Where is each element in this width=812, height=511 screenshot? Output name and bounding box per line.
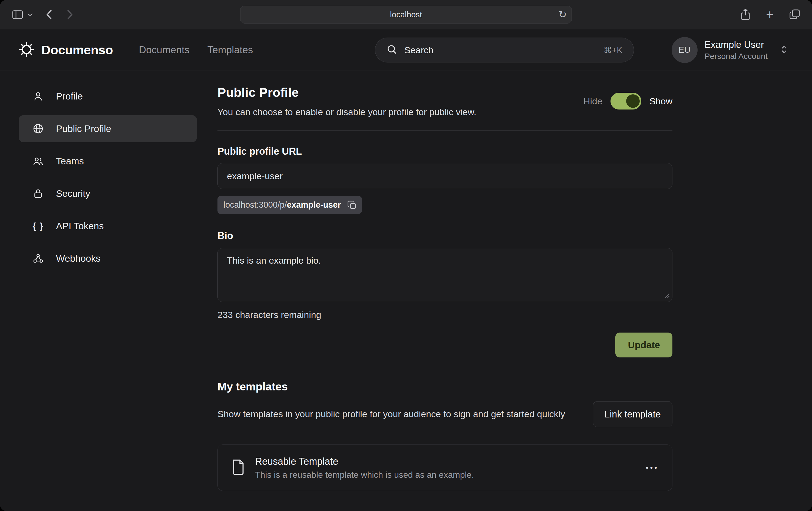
settings-sidebar: Profile Public Profile Teams Security — [19, 83, 197, 272]
nav-documents[interactable]: Documents — [139, 44, 190, 56]
tab-overview-icon[interactable] — [789, 9, 800, 20]
show-label: Show — [649, 96, 672, 107]
profile-url-preview-text: localhost:3000/p/example-user — [224, 200, 341, 210]
share-icon[interactable] — [741, 9, 750, 21]
account-menu[interactable]: EU Example User Personal Account — [672, 37, 788, 63]
my-templates-subtitle: Show templates in your public profile fo… — [218, 408, 585, 421]
brand-name: Documenso — [41, 42, 113, 57]
documenso-logo-icon — [19, 42, 34, 58]
ellipsis-menu-icon[interactable]: ••• — [646, 464, 659, 472]
link-template-button[interactable]: Link template — [593, 401, 672, 427]
search-input[interactable]: Search ⌘+K — [375, 37, 634, 62]
browser-window: localhost ↻ + Documenso Documents Templa… — [0, 0, 812, 511]
page-title: Public Profile — [218, 85, 476, 100]
app-header: Documenso Documents Templates Search ⌘+K… — [0, 29, 812, 71]
search-shortcut: ⌘+K — [604, 45, 622, 55]
sidebar-item-label: API Tokens — [56, 221, 104, 232]
forward-icon[interactable] — [66, 9, 74, 20]
brand[interactable]: Documenso — [19, 42, 113, 58]
new-tab-icon[interactable]: + — [766, 8, 774, 21]
lock-icon — [32, 188, 44, 199]
nav-templates[interactable]: Templates — [207, 44, 253, 56]
template-description: This is a reusable template which is use… — [255, 470, 474, 480]
sidebar-item-label: Public Profile — [56, 123, 111, 134]
toggle-knob — [626, 94, 640, 108]
template-card[interactable]: Reusable Template This is a reusable tem… — [218, 445, 672, 491]
hide-label: Hide — [583, 96, 602, 107]
file-icon — [231, 459, 245, 476]
top-nav: Documents Templates — [139, 44, 253, 56]
address-bar[interactable]: localhost ↻ — [240, 6, 572, 24]
globe-icon — [32, 123, 44, 134]
browser-toolbar: localhost ↻ + — [0, 0, 812, 29]
account-name: Example User — [705, 38, 767, 51]
sidebar-item-api-tokens[interactable]: { } API Tokens — [19, 212, 197, 240]
copy-icon[interactable] — [346, 199, 358, 211]
users-icon — [32, 155, 44, 167]
chevrons-up-down-icon — [780, 45, 788, 55]
back-icon[interactable] — [46, 9, 53, 20]
sidebar-item-teams[interactable]: Teams — [19, 148, 197, 175]
refresh-icon[interactable]: ↻ — [558, 10, 567, 20]
profile-url-preview: localhost:3000/p/example-user — [218, 196, 362, 214]
update-button[interactable]: Update — [615, 333, 672, 357]
sidebar-item-security[interactable]: Security — [19, 180, 197, 207]
chevron-down-icon[interactable] — [27, 13, 33, 17]
sidebar-item-webhooks[interactable]: Webhooks — [19, 245, 197, 272]
braces-icon: { } — [32, 221, 44, 231]
account-type: Personal Account — [705, 51, 767, 61]
search-placeholder: Search — [404, 45, 434, 55]
bio-textarea[interactable]: This is an example bio. — [218, 248, 672, 302]
sidebar-item-label: Webhooks — [56, 253, 100, 264]
address-bar-url: localhost — [390, 10, 422, 19]
resize-handle-icon[interactable] — [664, 292, 670, 300]
page-subtitle: You can choose to enable or disable your… — [218, 107, 476, 117]
sidebar-item-label: Profile — [56, 91, 83, 102]
webhook-icon — [32, 253, 44, 264]
content: Profile Public Profile Teams Security — [0, 71, 812, 511]
sidebar-toggle-icon[interactable] — [12, 10, 23, 19]
sidebar-item-profile[interactable]: Profile — [19, 83, 197, 110]
sidebar-item-public-profile[interactable]: Public Profile — [19, 115, 197, 142]
visibility-toggle[interactable] — [610, 93, 641, 110]
bio-label: Bio — [218, 230, 672, 241]
visibility-toggle-row: Hide Show — [583, 93, 672, 110]
characters-remaining: 233 characters remaining — [218, 309, 672, 320]
user-icon — [32, 91, 44, 102]
my-templates-title: My templates — [218, 381, 672, 393]
search-icon — [386, 44, 397, 56]
template-name: Reusable Template — [255, 456, 474, 467]
main-panel: Public Profile You can choose to enable … — [218, 71, 672, 491]
sidebar-item-label: Teams — [56, 156, 84, 167]
profile-url-label: Public profile URL — [218, 146, 672, 157]
sidebar-item-label: Security — [56, 188, 90, 199]
avatar: EU — [672, 37, 698, 63]
profile-url-input[interactable] — [218, 163, 672, 189]
